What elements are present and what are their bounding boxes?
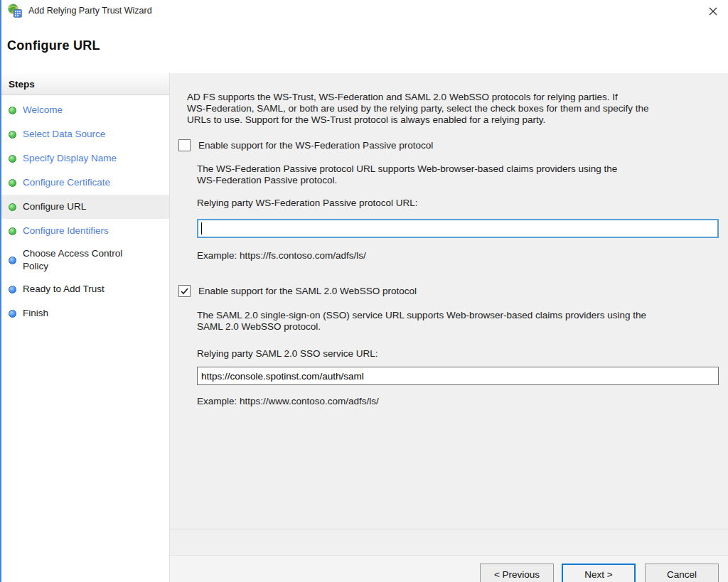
saml-url-label: Relying party SAML 2.0 SSO service URL: bbox=[197, 348, 719, 359]
step-pending-icon bbox=[9, 257, 16, 264]
sidebar-item-configure-identifiers[interactable]: Configure Identifiers bbox=[1, 219, 169, 243]
adfs-trust-icon bbox=[8, 4, 22, 18]
saml-description: The SAML 2.0 single-sign-on (SSO) servic… bbox=[197, 310, 719, 333]
wizard-window: Add Relying Party Trust Wizard Configure… bbox=[0, 0, 728, 582]
cancel-button[interactable]: Cancel bbox=[645, 564, 719, 582]
step-pending-icon bbox=[9, 310, 16, 318]
sidebar-item-specify-display-name[interactable]: Specify Display Name bbox=[1, 146, 169, 171]
wsfed-url-input[interactable] bbox=[197, 219, 719, 238]
wsfed-example-text: Example: https://fs.contoso.com/adfs/ls/ bbox=[197, 250, 719, 261]
text-caret bbox=[201, 222, 202, 235]
window-title: Add Relying Party Trust Wizard bbox=[28, 6, 152, 16]
wsfed-checkbox-row[interactable]: Enable support for the WS-Federation Pas… bbox=[178, 139, 719, 151]
next-button[interactable]: Next > bbox=[562, 564, 636, 582]
sidebar-item-welcome[interactable]: Welcome bbox=[1, 98, 169, 122]
sidebar-item-ready-to-add-trust[interactable]: Ready to Add Trust bbox=[1, 277, 169, 301]
heading-row: Configure URL bbox=[1, 21, 728, 73]
close-icon[interactable] bbox=[706, 4, 720, 18]
step-pending-icon bbox=[9, 286, 16, 293]
title-bar: Add Relying Party Trust Wizard bbox=[1, 0, 728, 21]
wsfed-description: The WS-Federation Passive protocol URL s… bbox=[197, 163, 719, 186]
steps-list: Welcome Select Data Source Specify Displ… bbox=[1, 95, 169, 325]
button-bar: < Previous Next > Cancel bbox=[170, 529, 728, 582]
saml-example-text: Example: https://www.contoso.com/adfs/ls… bbox=[197, 396, 719, 406]
sidebar-item-choose-access-control-policy[interactable]: Choose Access Control Policy bbox=[1, 243, 169, 277]
saml-checkbox-row[interactable]: Enable support for the SAML 2.0 WebSSO p… bbox=[178, 285, 719, 297]
sidebar-item-finish[interactable]: Finish bbox=[1, 301, 169, 325]
steps-header: Steps bbox=[1, 73, 169, 95]
step-done-icon bbox=[9, 155, 16, 163]
sidebar-item-select-data-source[interactable]: Select Data Source bbox=[1, 122, 169, 146]
step-done-icon bbox=[9, 131, 16, 139]
step-done-icon bbox=[9, 179, 16, 187]
steps-sidebar: Steps Welcome Select Data Source Specify… bbox=[1, 73, 170, 582]
step-done-icon bbox=[9, 227, 16, 235]
step-done-icon bbox=[9, 107, 16, 114]
step-done-icon bbox=[9, 203, 16, 211]
page-title: Configure URL bbox=[7, 21, 728, 53]
check-icon bbox=[181, 288, 188, 295]
intro-text: AD FS supports the WS-Trust, WS-Federati… bbox=[187, 92, 719, 126]
content-pane: AD FS supports the WS-Trust, WS-Federati… bbox=[170, 73, 728, 582]
saml-checkbox[interactable] bbox=[178, 285, 191, 297]
saml-checkbox-label: Enable support for the SAML 2.0 WebSSO p… bbox=[198, 286, 417, 296]
sidebar-item-configure-certificate[interactable]: Configure Certificate bbox=[1, 171, 169, 195]
sidebar-item-configure-url[interactable]: Configure URL bbox=[1, 195, 169, 219]
wsfed-checkbox-label: Enable support for the WS-Federation Pas… bbox=[198, 140, 433, 151]
previous-button[interactable]: < Previous bbox=[480, 564, 554, 582]
saml-url-input[interactable] bbox=[197, 367, 719, 385]
wsfed-url-label: Relying party WS-Federation Passive prot… bbox=[197, 198, 719, 208]
wsfed-checkbox[interactable] bbox=[178, 139, 191, 151]
